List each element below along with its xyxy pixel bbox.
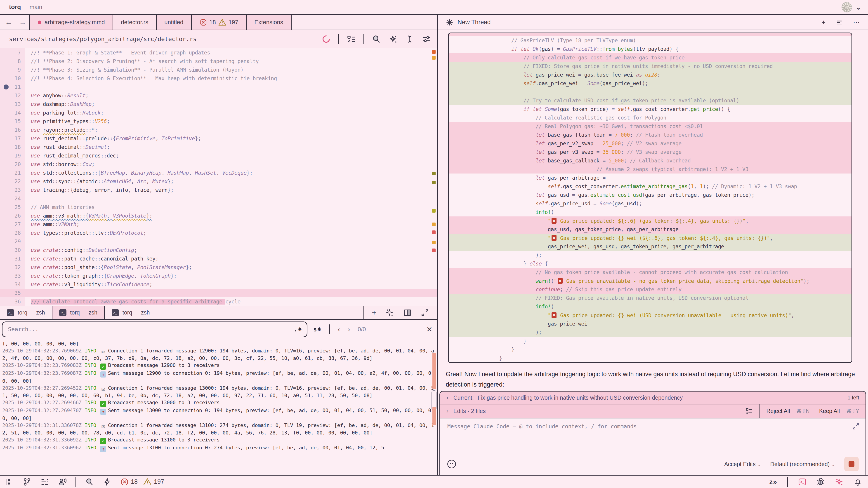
prev-match-icon[interactable]: ‹	[338, 326, 340, 333]
message-composer[interactable]: Message Claude Code — @ to include conte…	[440, 418, 866, 475]
checklist-icon[interactable]	[347, 35, 356, 43]
editor-line[interactable]: 27use amm::V2Math;	[0, 220, 437, 229]
editor-line[interactable]: 10//! **Phase 4: Selection & Execution**…	[0, 74, 437, 83]
project-panel-icon[interactable]	[5, 478, 13, 486]
reject-all-button[interactable]: Reject All	[767, 408, 790, 414]
breakpoint-dot[interactable]	[4, 85, 8, 90]
editor-line[interactable]: 36/// Calculate protocol-aware gas costs…	[0, 297, 437, 306]
diagnostic-scroll-mark	[432, 56, 436, 60]
editor-line[interactable]: 14use parking_lot::RwLock;	[0, 108, 437, 117]
git-branch-label[interactable]: main	[29, 4, 42, 11]
terminal-panel-icon[interactable]	[798, 478, 807, 486]
edits-row[interactable]: › Edits · 2 files Reject All ⌘⇧N Keep Al…	[440, 404, 866, 418]
mode-dropdown[interactable]: Default (recommended)⌄	[770, 461, 835, 467]
editor-line[interactable]: 15use primitive_types::U256;	[0, 117, 437, 126]
diff-row-ctx: }	[449, 345, 851, 354]
search-input[interactable]: Search... .⁕	[2, 322, 307, 337]
assistant-avatar-icon[interactable]	[447, 460, 456, 468]
new-thread-icon[interactable]: +	[822, 19, 826, 26]
tab-diagnostics[interactable]: 18197	[192, 15, 247, 30]
editor-line[interactable]: 33use crate::token_graph::{GraphEdge, To…	[0, 271, 437, 280]
bell-icon[interactable]	[854, 478, 862, 486]
project-name[interactable]: torq	[9, 4, 21, 11]
editor-line[interactable]: 22use std::sync::{atomic::AtomicU64, Arc…	[0, 177, 437, 186]
code-editor[interactable]: 7//! **Phase 1: Graph & State** - Event-…	[0, 48, 437, 306]
keep-all-button[interactable]: Keep All	[819, 408, 840, 414]
terminal-tab[interactable]: >_torq — zsh	[105, 306, 157, 319]
editor-line[interactable]: 19use rust_decimal_macros::dec;	[0, 151, 437, 160]
editor-line[interactable]: 23use tracing::{debug, error, info, trac…	[0, 186, 437, 194]
terminal-tab[interactable]: >_torq — zsh	[0, 306, 53, 319]
editor-line[interactable]: 18use rust_decimal::Decimal;	[0, 143, 437, 151]
current-task-row[interactable]: › Current: Fix gas price handling to wor…	[440, 392, 866, 404]
editor-line[interactable]: 13use dashmap::DashMap;	[0, 100, 437, 108]
debug-bug-icon[interactable]	[816, 478, 825, 486]
search-icon[interactable]	[372, 35, 381, 43]
regex-icon[interactable]: .⁕	[294, 326, 302, 333]
stop-button[interactable]	[844, 457, 859, 471]
case-sensitive-icon[interactable]: s⁕	[313, 326, 322, 333]
tab-detector-rs[interactable]: detector.rs	[113, 15, 157, 30]
editor-line[interactable]: 16use rayon::prelude::*;	[0, 126, 437, 134]
next-match-icon[interactable]: ›	[348, 326, 350, 333]
log-line: 2025-10-29T04:32:27.269470Z INFO ↑Sent m…	[2, 407, 435, 422]
diff-code: info!(	[449, 304, 554, 310]
terminal-tab[interactable]: >_torq — zsh	[53, 306, 105, 319]
editor-line[interactable]: 8//! **Phase 2: Discovery & Pruning** - …	[0, 57, 437, 66]
editor-line[interactable]: 30use crate::config::DetectionConfig;	[0, 246, 437, 254]
editor-line[interactable]: 31use crate::path_cache::canonical_path_…	[0, 254, 437, 263]
collab-people-icon[interactable]	[58, 478, 66, 486]
chevron-down-icon[interactable]: ⌄	[856, 3, 861, 11]
zed-logo[interactable]: z»	[769, 478, 777, 486]
tab-untitled[interactable]: untitled	[157, 15, 192, 30]
editor-line[interactable]: 20use std::borrow::Cow;	[0, 160, 437, 168]
tab-extensions[interactable]: Extensions	[247, 15, 291, 30]
close-icon[interactable]: ✕	[426, 325, 432, 334]
text-cursor-icon[interactable]	[405, 35, 414, 43]
tab-arbitrage-strategy-mmd[interactable]: arbitrage-strategy.mmd	[30, 15, 113, 30]
zap-icon[interactable]	[103, 478, 112, 486]
editor-line[interactable]: 26use amm::v3_math::{V3Math, V3PoolState…	[0, 212, 437, 220]
expand-composer-icon[interactable]	[852, 422, 860, 430]
editor-line[interactable]: 21use std::collections::{BTreeMap, Binar…	[0, 168, 437, 177]
expand-icon[interactable]	[421, 308, 429, 317]
diff-code-block[interactable]: // GasPriceTLV (Type 18 per TLVType enum…	[448, 33, 852, 363]
editor-line[interactable]: 25// AMM math libraries	[0, 203, 437, 212]
review-checklist-icon[interactable]	[745, 407, 753, 415]
fuel-pump-icon	[558, 278, 563, 284]
diff-code: let gas_per_arbitrage =	[449, 175, 606, 181]
editor-line[interactable]: 24	[0, 194, 437, 203]
sparkles-icon[interactable]	[385, 308, 394, 317]
log-line: f, 00, 00, 00, 00, 00, 00]	[2, 340, 435, 347]
outline-icon[interactable]	[40, 478, 49, 486]
search-icon[interactable]	[85, 478, 94, 486]
diff-code: let base_gas_flash_loan = 7_000; // Flas…	[449, 132, 703, 138]
broadcast-icon: ✓	[100, 363, 106, 369]
diagnostics-summary[interactable]: 18 197	[121, 478, 164, 486]
editor-line[interactable]: 28use types::protocol::tlv::DEXProtocol;	[0, 229, 437, 237]
file-path[interactable]: services/strategies/polygon_arbitrage/sr…	[9, 36, 197, 42]
editor-line[interactable]: 9//! **Phase 3: Sizing & Simulation** - …	[0, 66, 437, 74]
more-options-icon[interactable]: ⋯	[853, 18, 860, 26]
editor-line[interactable]: 29	[0, 237, 437, 246]
sparkles-icon[interactable]	[389, 35, 398, 43]
history-icon[interactable]	[835, 19, 843, 26]
editor-line[interactable]: 32use crate::pool_state::{PoolState, Poo…	[0, 263, 437, 271]
ai-sparkles-icon[interactable]	[835, 478, 844, 486]
terminal-output[interactable]: f, 00, 00, 00, 00, 00, 00]2025-10-29T04:…	[0, 339, 437, 475]
accept-edits-dropdown[interactable]: Accept Edits⌄	[724, 461, 761, 467]
forward-icon[interactable]: →	[19, 18, 26, 26]
git-branch-icon[interactable]	[23, 478, 31, 486]
settings-sliders-icon[interactable]	[422, 35, 431, 43]
editor-line[interactable]: 35	[0, 289, 437, 297]
editor-line[interactable]: 11	[0, 83, 437, 91]
back-icon[interactable]: ←	[5, 18, 12, 26]
editor-line[interactable]: 17use rust_decimal::prelude::{FromPrimit…	[0, 134, 437, 143]
editor-line[interactable]: 7//! **Phase 1: Graph & State** - Event-…	[0, 48, 437, 57]
user-avatar[interactable]	[842, 2, 852, 12]
editor-line[interactable]: 34use crate::v3_liquidity::TickConfidenc…	[0, 280, 437, 289]
spinner-icon	[322, 35, 331, 43]
new-terminal-icon[interactable]: +	[372, 308, 376, 317]
split-panel-icon[interactable]	[403, 308, 412, 317]
editor-line[interactable]: 12use anyhow::Result;	[0, 91, 437, 100]
